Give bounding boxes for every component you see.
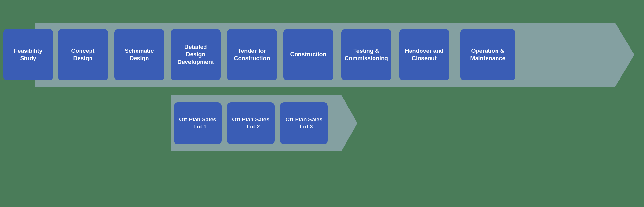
stage-box-7: Testing & Commissioning: [341, 29, 391, 80]
sub-stage-box-2: Off-Plan Sales – Lot 2: [227, 102, 275, 144]
diagram-container: Feasibility Study Concept Design Schemat…: [0, 0, 644, 207]
sub-stage-box-1: Off-Plan Sales – Lot 1: [174, 102, 222, 144]
stage-box-6: Construction: [283, 29, 333, 80]
stage-label-3: Schematic Design: [118, 47, 161, 62]
stage-label-2: Concept Design: [61, 47, 105, 62]
stage-box-3: Schematic Design: [114, 29, 164, 80]
stage-box-2: Concept Design: [58, 29, 108, 80]
sub-stage-box-3: Off-Plan Sales – Lot 3: [280, 102, 328, 144]
sub-stage-label-1: Off-Plan Sales – Lot 1: [177, 116, 218, 130]
stage-box-5: Tender for Construction: [227, 29, 277, 80]
stage-label-7: Testing & Commissioning: [345, 47, 388, 62]
stage-label-6: Construction: [290, 51, 327, 58]
stage-label-9: Operation & Maintenance: [464, 47, 512, 62]
stage-label-4: Detailed Design Development: [174, 43, 217, 66]
sub-stage-label-3: Off-Plan Sales – Lot 3: [283, 116, 325, 130]
stage-box-8: Handover and Closeout: [399, 29, 449, 80]
stage-label-5: Tender for Construction: [230, 47, 274, 62]
stage-box-9: Operation & Maintenance: [460, 29, 515, 80]
sub-stage-label-2: Off-Plan Sales – Lot 2: [230, 116, 271, 130]
stage-label-1: Feasibility Study: [6, 47, 50, 62]
stage-box-4: Detailed Design Development: [171, 29, 221, 80]
stage-label-8: Handover and Closeout: [402, 47, 446, 62]
stage-box-1: Feasibility Study: [3, 29, 53, 80]
